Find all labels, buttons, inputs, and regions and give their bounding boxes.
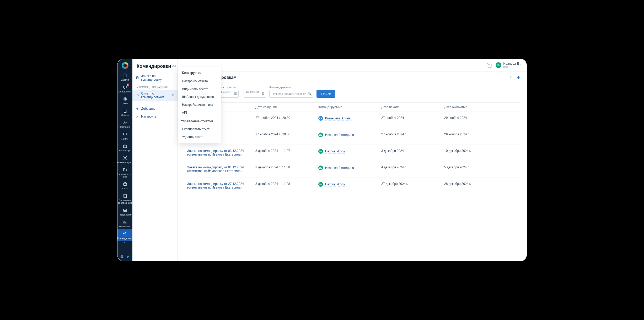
cell-person[interactable]: ПИПетров Игорь (318, 149, 375, 154)
col-created[interactable]: Дата создания (252, 103, 315, 112)
table-row[interactable]: от 27.11.2024стратор системы)27 ноября 2… (184, 128, 520, 145)
cell-person[interactable]: ПИПетров Игорь (318, 182, 375, 187)
request-link[interactable]: Заявка на командировку от 04.12.2024 (187, 165, 249, 169)
person-name[interactable]: Иванова Екатерина (325, 133, 354, 137)
rail-item-receipts[interactable]: Поступления (117, 206, 132, 218)
user-name: Иванова Е ⌄ (503, 62, 522, 65)
rail-item-lines[interactable]: Линии (117, 130, 132, 142)
rail-item-nomenclature[interactable]: Номенклату... дел (117, 165, 132, 180)
app-logo[interactable] (122, 62, 128, 69)
table-row[interactable]: Заявка на командировку от 03.12.2024(отв… (184, 145, 520, 161)
cell-created: 27 ноября 2024 г., 20:30 (252, 112, 315, 128)
file-icon (123, 108, 127, 113)
sidebar-action-add[interactable]: ＋ Добавить (132, 104, 178, 113)
folder-icon (123, 167, 127, 172)
request-sub: (ответственный: Иванова Екатерина) (187, 169, 249, 173)
dropdown-section-manage: Управление отчетом (178, 117, 221, 125)
rail-add-icon[interactable] (120, 255, 124, 258)
rail-item-crm[interactable]: CRM (117, 180, 132, 191)
filter-date-to[interactable]: дд.мм.гггг▦ (244, 90, 266, 98)
table-row[interactable]: Заявка на командировку от 27.12.2024(отв… (184, 178, 520, 194)
sidebar-item-report[interactable]: Отчет по командировкам ⚙ (132, 90, 178, 101)
rail-item-sys-refs[interactable]: Системные справочники (117, 191, 132, 206)
svg-rect-0 (124, 74, 126, 77)
search-button[interactable]: Поиск (316, 90, 335, 98)
svg-rect-5 (124, 133, 127, 135)
sidebar-item-label: Заявки на командировку (141, 74, 174, 81)
rail-item-messages[interactable]: 3 Сообщения (117, 83, 132, 95)
dropdown-item-api[interactable]: API (178, 109, 221, 117)
person-avatar: ИЕ (318, 133, 323, 137)
cell-person[interactable]: ИЕИванова Екатерина (318, 165, 375, 170)
help-button[interactable]: ? (487, 63, 492, 68)
sidebar-item-label: Отчет по командировкам (141, 92, 170, 99)
rail-item-mail[interactable]: Почта (117, 95, 132, 106)
page-more-icon[interactable]: ⋮ (509, 75, 513, 80)
svg-rect-8 (124, 183, 127, 185)
filter-assignees-input[interactable] (269, 90, 313, 98)
request-link[interactable]: Заявка на командировку от 03.12.2024 (187, 149, 249, 153)
cloud-icon (136, 93, 139, 97)
dropdown-item-report-visibility[interactable]: Видимость отчета (178, 85, 221, 93)
request-sub: (ответственный: Иванова Екатерина) (187, 153, 249, 156)
user-menu[interactable]: ИЕ Иванова Е ⌄ ооо (496, 62, 522, 68)
person-name[interactable]: Казанцева Алина (325, 117, 351, 120)
calendar-icon: ▦ (234, 92, 237, 95)
person-name[interactable]: Иванова Екатерина (325, 166, 354, 170)
rail-item-marketing[interactable]: Маркетинг (117, 218, 132, 229)
person-avatar: ПИ (318, 182, 323, 187)
cell-end: 5 декабря 2024 г. (441, 161, 520, 178)
search-icon[interactable]: 🔍 (308, 92, 312, 96)
sidebar-item-gear-icon[interactable]: ⚙ (172, 94, 174, 97)
rail-item-trips[interactable]: Командиров... (117, 229, 132, 241)
sidebar-item-requests[interactable]: Заявки на командировку (132, 72, 178, 83)
svg-rect-1 (124, 86, 127, 88)
sidebar-action-configure[interactable]: Настроить (132, 113, 178, 120)
cell-created: 27 ноября 2024 г., 20:30 (252, 128, 315, 145)
request-sub: (ответственный: Иванова Екатерина) (187, 186, 249, 189)
left-rail: Задачи 3 Сообщения Почта Файлы Компания … (117, 59, 132, 261)
inbox-icon (123, 208, 127, 213)
rail-badge-messages: 3 (127, 84, 129, 86)
cell-start: 27 ноября 2024 г. (378, 128, 441, 145)
cell-start: 4 декабря 2024 г. (378, 161, 441, 178)
rail-item-tasks[interactable]: Задачи (117, 71, 132, 83)
dropdown-item-copy-report[interactable]: Скопировать отчет (178, 125, 221, 133)
person-avatar: ПИ (318, 149, 323, 154)
sidebar-collapse-icon[interactable]: « (174, 64, 176, 68)
rail-more-icon[interactable]: ▾ (117, 241, 132, 245)
people-icon (123, 120, 127, 125)
book-icon (123, 194, 127, 198)
page-settings-icon[interactable]: ⚙ (517, 75, 520, 80)
cell-start: 27 ноября 2024 г. (378, 112, 441, 128)
col-assignees[interactable]: Командируемые (315, 103, 378, 112)
table-row[interactable]: Заявка на командировку от 04.12.2024(отв… (184, 161, 520, 178)
person-avatar: ИЕ (318, 165, 323, 170)
person-avatar: КА (318, 116, 323, 121)
dropdown-item-report-settings[interactable]: Настройки отчета (178, 77, 221, 85)
cell-end: 29 ноября 2024 г. (441, 128, 520, 145)
cell-person[interactable]: ИЕИванова Екатерина (318, 133, 375, 137)
person-name[interactable]: Петров Игорь (325, 183, 345, 186)
cell-person[interactable]: КАКазанцева Алина (318, 116, 375, 121)
cell-start: 3 декабря 2024 г. (378, 145, 441, 161)
rail-item-company[interactable]: Компания (117, 118, 132, 130)
table-row[interactable]: от 27.11.2024стратор системы)27 ноября 2… (184, 112, 520, 128)
col-start[interactable]: Дата начала (378, 103, 441, 112)
cell-end: 29 ноября 2024 г. (441, 112, 520, 128)
rail-item-files[interactable]: Файлы (117, 106, 132, 118)
dropdown-item-doc-templates[interactable]: Шаблоны документов (178, 93, 221, 101)
rail-item-admin[interactable]: Администри... (117, 153, 132, 165)
dropdown-item-delete-report[interactable]: Удалить отчет (178, 133, 221, 141)
calendar-icon (123, 144, 127, 148)
rail-item-calendar[interactable]: Календарь (117, 142, 132, 153)
request-link[interactable]: Заявка на командировку от 27.12.2024 (187, 182, 249, 186)
person-name[interactable]: Петров Игорь (325, 150, 345, 153)
sidebar-group-help[interactable]: ▾ ПОМОЩЬ ПО РАЗДЕЛУ (132, 83, 178, 90)
dropdown-item-source-config[interactable]: Настройка источника (178, 101, 221, 109)
at-icon (123, 97, 127, 101)
rail-edit-icon[interactable] (126, 255, 130, 258)
briefcase-icon (123, 182, 127, 186)
col-end[interactable]: Дата окончания (441, 103, 520, 112)
cell-end: 28 декабря 2024 г. (441, 178, 520, 194)
